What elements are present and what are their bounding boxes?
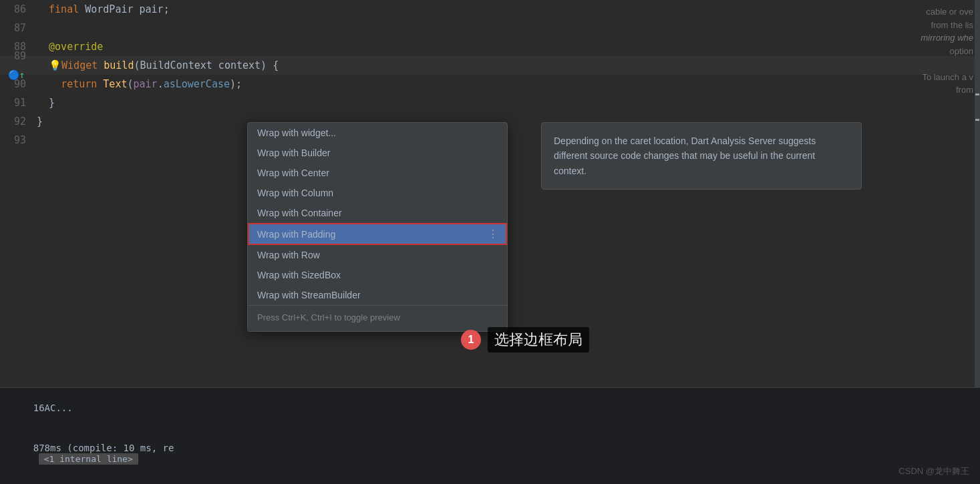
watermark: CSDN @龙中舞王 [899,465,969,477]
scroll-thumb-top [975,93,979,95]
badge-label: 选择边框布局 [488,327,589,352]
more-options-icon[interactable]: ⋮ [488,228,498,240]
menu-item-label-wrap-padding: Wrap with Padding [257,229,488,240]
line-num-86: 86 [0,0,37,19]
console-text-2: 878ms (compile: 10 ms, re [33,443,174,453]
line-num-92: 92 [0,112,37,131]
console-line-2: 878ms (compile: 10 ms, re <1 internal li… [0,428,980,479]
code-line-87: 87 [0,19,980,37]
line-num-91: 91 [0,93,37,112]
right-panel-partial: cable or ove from the lis mirroring whe … [873,0,980,97]
menu-item-label-wrap-center: Wrap with Center [257,168,498,178]
code-line-91: 91 } [0,93,980,112]
rp-line-4: option [873,45,973,58]
line-content-92: } [37,112,43,131]
menu-item-label-wrap-column: Wrap with Column [257,188,498,198]
menu-item-label-wrap-sizedbox: Wrap with SizedBox [257,270,498,280]
badge-area: 1 选择边框布局 [461,327,589,352]
line-num-87: 87 [0,19,37,37]
internal-line-badge: <1 internal line> [39,453,138,465]
menu-item-label-wrap-builder: Wrap with Builder [257,148,498,158]
menu-item-label-wrap-row: Wrap with Row [257,250,498,260]
line-content-86: final WordPair pair; [37,0,170,19]
tooltip-text: Depending on the caret location, Dart An… [554,136,816,176]
line-content-91: } [37,93,55,112]
menu-item-label-wrap-container: Wrap with Container [257,208,498,218]
scroll-thumb-bottom [975,119,979,121]
line-content-90: return Text(pair.asLowerCase); [37,75,242,93]
rp-line-2: from the lis [873,19,973,32]
rp-line-3: mirroring whe [873,31,973,45]
rp-line-5: To launch a v [873,71,973,84]
menu-item-wrap-sizedbox[interactable]: Wrap with SizedBox [248,265,507,285]
context-menu: Wrap with widget... Wrap with Builder Wr… [247,122,508,332]
code-line-89: 89 🔵↑ 💡Widget build(BuildContext context… [0,56,980,75]
badge-number: 1 [468,334,474,346]
rp-line-6: from [873,83,973,97]
badge-circle: 1 [461,330,481,350]
console-area: 16AC... 878ms (compile: 10 ms, re <1 int… [0,387,980,484]
tooltip-panel: Depending on the caret location, Dart An… [541,122,862,190]
code-line-86: 86 final WordPair pair; [0,0,980,19]
menu-item-wrap-container[interactable]: Wrap with Container [248,203,507,223]
code-line-88: 88 @override [0,37,980,56]
menu-item-label-wrap-widget: Wrap with widget... [257,128,498,138]
console-text-1: 16AC... [33,403,73,413]
line-content-88: @override [37,37,103,56]
rp-line-1: cable or ove [873,5,973,19]
menu-item-label-wrap-streambuilder: Wrap with StreamBuilder [257,290,498,300]
menu-item-wrap-padding[interactable]: Wrap with Padding ⋮ [248,223,507,245]
watermark-text: CSDN @龙中舞王 [899,466,969,476]
code-line-90: 90 return Text(pair.asLowerCase); [0,75,980,93]
console-line-1: 16AC... [0,388,980,428]
menu-footer-text: Press Ctrl+K, Ctrl+I to toggle preview [257,311,498,324]
menu-item-wrap-streambuilder[interactable]: Wrap with StreamBuilder [248,285,507,305]
line-num-93: 93 [0,131,37,150]
menu-item-wrap-column[interactable]: Wrap with Column [248,183,507,203]
menu-item-wrap-widget[interactable]: Wrap with widget... [248,123,507,143]
menu-item-wrap-center[interactable]: Wrap with Center [248,163,507,183]
line-content-89: 💡Widget build(BuildContext context) { [37,56,279,75]
menu-item-wrap-row[interactable]: Wrap with Row [248,245,507,265]
menu-item-wrap-builder[interactable]: Wrap with Builder [248,143,507,163]
line-num-90: 90 [0,75,37,93]
